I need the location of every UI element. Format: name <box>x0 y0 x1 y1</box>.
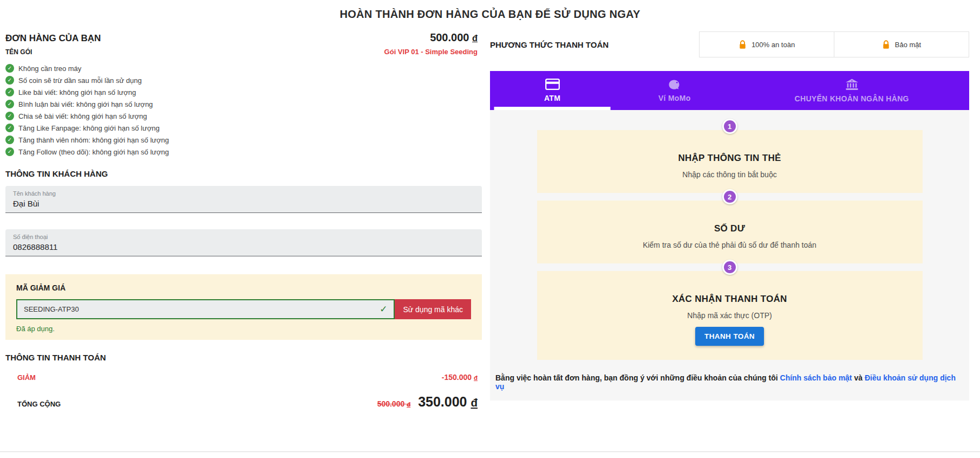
tab-atm[interactable]: ATM <box>490 71 615 110</box>
order-header: ĐƠN HÀNG CỦA BẠN 500.000 đ <box>5 31 482 44</box>
step-title: SỐ DƯ <box>550 223 910 234</box>
check-circle-icon: ✓ <box>5 76 14 85</box>
bottom-divider <box>0 451 980 452</box>
total-row: TỔNG CỘNG 500.000 đ 350.000 đ <box>5 394 482 410</box>
security-badges: 100% an toàn Bảo mật <box>699 31 969 57</box>
package-row: TÊN GÓI Gói VIP 01 - Simple Seeding <box>5 48 482 56</box>
payment-method-heading: PHƯƠNG THỨC THANH TOÁN <box>490 40 609 49</box>
payment-panel: ATM Ví MoMo CHUYỂN KHOẢN NGÂN HÀNG 1 NHẬ… <box>490 71 969 401</box>
bank-icon <box>845 79 859 91</box>
tab-bank-label: CHUYỂN KHOẢN NGÂN HÀNG <box>795 94 909 103</box>
coupon-heading: MÃ GIẢM GIÁ <box>16 283 471 292</box>
check-circle-icon: ✓ <box>5 88 14 96</box>
phone-value: 0826888811 <box>13 242 474 251</box>
feature-item: ✓Số coin sẽ trừ dần sau mỗi lần sử dụng <box>5 76 482 85</box>
coupon-row: SEEDING-ATP30 ✓ Sử dụng mã khác <box>16 299 471 319</box>
customer-info-heading: THÔNG TIN KHÁCH HÀNG <box>5 169 482 178</box>
coupon-code-input[interactable]: SEEDING-ATP30 ✓ <box>16 299 395 319</box>
disclaimer-text: Bằng việc hoàn tất đơn hàng, bạn đồng ý … <box>495 373 780 382</box>
payment-info-heading: THÔNG TIN THANH TOÁN <box>5 353 482 362</box>
order-heading: ĐƠN HÀNG CỦA BẠN <box>5 33 101 44</box>
step-title: NHẬP THÔNG TIN THẺ <box>550 153 910 164</box>
total-final-amount: 350.000 <box>418 394 467 409</box>
step-number-badge: 3 <box>722 260 737 275</box>
step-card-info: NHẬP THÔNG TIN THẺ Nhập các thông tin bắ… <box>537 130 923 193</box>
secure-badge-label: Bảo mật <box>895 41 921 49</box>
step-number-badge: 1 <box>722 119 737 134</box>
atm-card-icon <box>545 79 560 90</box>
safe-badge-label: 100% an toàn <box>752 41 795 49</box>
order-price-amount: 500.000 <box>430 31 469 43</box>
check-circle-icon: ✓ <box>5 100 14 108</box>
feature-text: Tăng thành viên nhóm: không giới hạn số … <box>18 136 169 144</box>
coupon-code-value: SEEDING-ATP30 <box>24 305 79 313</box>
privacy-policy-link[interactable]: Chính sách bảo mật <box>780 373 852 382</box>
secure-badge: Bảo mật <box>834 31 969 57</box>
coupon-section: MÃ GIẢM GIÁ SEEDING-ATP30 ✓ Sử dụng mã k… <box>5 274 482 340</box>
step-subtitle: Nhập mã xác thực (OTP) <box>550 311 910 320</box>
currency-symbol: đ <box>471 396 478 409</box>
feature-text: Bình luận bài viết: không giới hạn số lư… <box>18 100 153 108</box>
feature-text: Like bài viết: không giới hạn số lượng <box>18 88 136 96</box>
feature-list: ✓Không cần treo máy ✓Số coin sẽ trừ dần … <box>5 64 482 156</box>
currency-symbol: đ <box>472 33 478 43</box>
coupon-applied-status: Đã áp dụng. <box>16 325 471 333</box>
currency-symbol: đ <box>407 401 410 408</box>
terms-disclaimer: Bằng việc hoàn tất đơn hàng, bạn đồng ý … <box>490 366 969 401</box>
step-confirm-payment: XÁC NHẬN THANH TOÁN Nhập mã xác thực (OT… <box>537 271 923 360</box>
pay-button[interactable]: THANH TOÁN <box>695 327 764 346</box>
tab-momo-label: Ví MoMo <box>658 94 691 102</box>
tab-momo[interactable]: Ví MoMo <box>615 71 734 110</box>
use-other-coupon-button[interactable]: Sử dụng mã khác <box>395 299 471 319</box>
step-title: XÁC NHẬN THANH TOÁN <box>550 294 910 305</box>
step-subtitle: Kiểm tra số dư của thẻ phải đủ số dư để … <box>550 241 910 249</box>
customer-name-label: Tên khách hàng <box>13 190 474 197</box>
feature-text: Không cần treo máy <box>18 64 81 73</box>
total-label: TỔNG CỘNG <box>17 400 61 408</box>
page-title: HOÀN THÀNH ĐƠN HÀNG CỦA BẠN ĐỂ SỬ DỤNG N… <box>0 0 980 21</box>
package-label: TÊN GÓI <box>5 48 32 56</box>
discount-amount: -150.000 <box>442 373 472 382</box>
customer-name-field[interactable]: Tên khách hàng Đại Bùi <box>5 186 482 213</box>
check-circle-icon: ✓ <box>5 64 14 73</box>
payment-method-header: PHƯƠNG THỨC THANH TOÁN 100% an toàn Bảo … <box>490 31 969 57</box>
feature-text: Số coin sẽ trừ dần sau mỗi lần sử dụng <box>18 76 142 85</box>
step-subtitle: Nhập các thông tin bắt buộc <box>550 170 910 179</box>
coupon-valid-check-icon: ✓ <box>380 304 387 315</box>
package-name: Gói VIP 01 - Simple Seeding <box>384 48 482 56</box>
discount-value: -150.000 đ <box>442 373 482 382</box>
discount-row: GIẢM -150.000 đ <box>5 373 482 382</box>
lock-icon <box>882 40 890 49</box>
payment-steps: 1 NHẬP THÔNG TIN THẺ Nhập các thông tin … <box>490 110 969 401</box>
feature-item: ✓Chia sẻ bài viết: không giới hạn số lượ… <box>5 112 482 120</box>
safe-badge: 100% an toàn <box>699 31 834 57</box>
total-values: 500.000 đ 350.000 đ <box>377 394 482 410</box>
feature-item: ✓Tăng Follow (theo dõi): không giới hạn … <box>5 147 482 156</box>
active-tab-indicator <box>494 107 611 110</box>
total-old-price: 500.000 đ <box>377 399 411 408</box>
step-number-badge: 2 <box>722 189 737 204</box>
disclaimer-conjunction: và <box>852 373 865 382</box>
feature-text: Tăng Follow (theo dõi): không giới hạn s… <box>18 148 169 156</box>
phone-label: Số điện thoại <box>13 234 474 240</box>
feature-item: ✓Tăng thành viên nhóm: không giới hạn số… <box>5 136 482 144</box>
step-balance: SỐ DƯ Kiểm tra số dư của thẻ phải đủ số … <box>537 201 923 263</box>
main-content: ĐƠN HÀNG CỦA BẠN 500.000 đ TÊN GÓI Gói V… <box>0 21 980 410</box>
check-circle-icon: ✓ <box>5 147 14 156</box>
payment-tabs: ATM Ví MoMo CHUYỂN KHOẢN NGÂN HÀNG <box>490 71 969 110</box>
order-column: ĐƠN HÀNG CỦA BẠN 500.000 đ TÊN GÓI Gói V… <box>5 31 482 410</box>
payment-column: PHƯƠNG THỨC THANH TOÁN 100% an toàn Bảo … <box>490 31 969 410</box>
feature-item: ✓Bình luận bài viết: không giới hạn số l… <box>5 100 482 108</box>
momo-wallet-icon <box>668 79 681 90</box>
check-circle-icon: ✓ <box>5 112 14 120</box>
tab-bank-transfer[interactable]: CHUYỂN KHOẢN NGÂN HÀNG <box>734 71 969 110</box>
currency-symbol: đ <box>474 375 478 381</box>
total-final-price: 350.000 đ <box>418 394 478 410</box>
feature-item: ✓Like bài viết: không giới hạn số lượng <box>5 88 482 96</box>
total-old-amount: 500.000 <box>377 399 405 408</box>
phone-field[interactable]: Số điện thoại 0826888811 <box>5 229 482 256</box>
feature-text: Chia sẻ bài viết: không giới hạn số lượn… <box>18 112 147 120</box>
customer-name-value: Đại Bùi <box>13 199 474 208</box>
check-circle-icon: ✓ <box>5 136 14 144</box>
feature-text: Tăng Like Fanpage: không giới hạn số lượ… <box>18 124 160 132</box>
